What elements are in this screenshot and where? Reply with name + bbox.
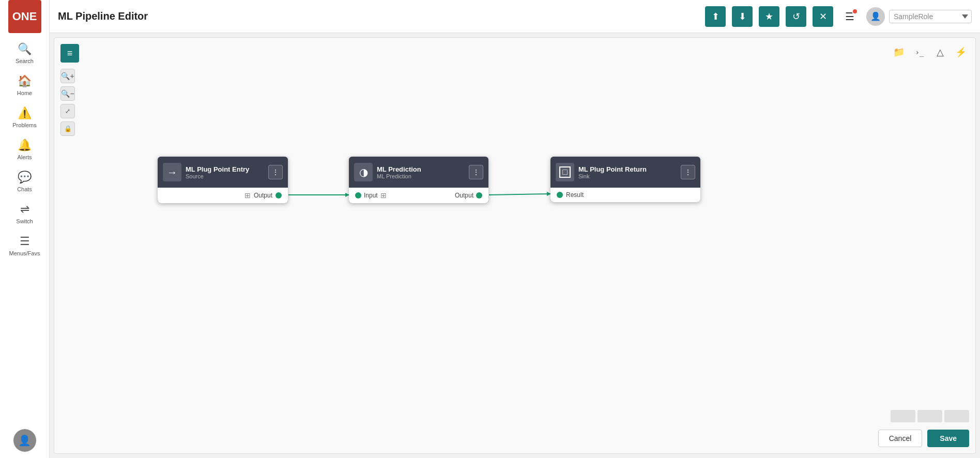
cancel-button[interactable]: Cancel [878, 430, 923, 447]
node3-subtitle: Sink [578, 173, 677, 179]
node1-titles: ML Plug Point Entry Source [186, 165, 264, 179]
problems-icon: ⚠️ [18, 106, 32, 120]
pagination-controls [891, 410, 969, 422]
node2-subtitle: ML Prediction [377, 173, 465, 179]
node2-input-grid: ⊞ [380, 191, 387, 200]
node2-output-port [476, 192, 482, 199]
node1-output-label: Output [254, 192, 272, 199]
zoom-controls: 🔍+ 🔍− ⤢ 🔒 [60, 69, 75, 136]
fit-button[interactable]: ⤢ [60, 104, 75, 118]
list-view-button[interactable]: ≡ [60, 44, 79, 63]
favorite-button[interactable]: ★ [759, 6, 779, 27]
main-area: ML Pipeline Editor ⬆ ⬇ ★ ↺ ✕ ☰ 👤 SampleR… [50, 0, 980, 458]
node1-title: ML Plug Point Entry [186, 165, 264, 173]
node2-menu-button[interactable]: ⋮ [469, 165, 483, 179]
zoom-out-icon: 🔍− [61, 89, 74, 98]
sidebar-item-chats[interactable]: 💬 Chats [0, 165, 49, 197]
node3-result-label: Result [566, 191, 584, 199]
canvas-toolbar-left: ≡ [60, 44, 79, 63]
triangle-button[interactable]: △ [932, 44, 948, 60]
canvas-toolbar-right: 📁 ›_ △ ⚡ [891, 44, 969, 60]
node-ml-plug-point-return[interactable]: □ ML Plug Point Return Sink ⋮ Result [550, 157, 700, 202]
lock-button[interactable]: 🔒 [60, 121, 75, 136]
zoom-out-button[interactable]: 🔍− [60, 86, 75, 101]
header-user-avatar: 👤 [866, 7, 885, 26]
import-icon: ⬆ [712, 11, 719, 22]
node2-header: ◑ ML Prediction ML Prediction ⋮ [349, 157, 488, 188]
node2-input-side: Input ⊞ [355, 191, 387, 200]
node1-header: → ML Plug Point Entry Source ⋮ [158, 157, 288, 188]
node1-subtitle: Source [186, 173, 264, 179]
svg-line-2 [489, 194, 551, 195]
star-icon: ★ [765, 11, 773, 22]
triangle-icon: △ [937, 47, 944, 58]
avatar-icon: 👤 [18, 434, 31, 447]
home-icon: 🏠 [18, 74, 32, 88]
sidebar-item-home[interactable]: 🏠 Home [0, 69, 49, 101]
export-button[interactable]: ⬇ [732, 6, 753, 27]
import-button[interactable]: ⬆ [705, 6, 726, 27]
page-btn-1[interactable] [891, 410, 915, 422]
node1-menu-button[interactable]: ⋮ [268, 165, 283, 179]
save-button[interactable]: Save [927, 430, 969, 447]
fit-icon: ⤢ [65, 108, 70, 115]
sidebar-item-switch[interactable]: ⇌ Switch [0, 197, 49, 230]
list-icon: ≡ [67, 48, 73, 59]
node3-input-port [557, 192, 563, 198]
refresh-icon: ↺ [792, 11, 800, 22]
sidebar: ONE 🔍 Search 🏠 Home ⚠️ Problems 🔔 Alerts… [0, 0, 50, 458]
node-ml-plug-point-entry[interactable]: → ML Plug Point Entry Source ⋮ ⊞ Output [158, 157, 288, 203]
refresh-button[interactable]: ↺ [786, 6, 806, 27]
user-avatar[interactable]: 👤 [13, 429, 36, 452]
node2-icon: ◑ [354, 163, 373, 181]
notification-badge [852, 8, 858, 14]
sidebar-item-alerts[interactable]: 🔔 Alerts [0, 133, 49, 165]
terminal-button[interactable]: ›_ [911, 44, 928, 60]
chats-icon: 💬 [18, 171, 32, 184]
run-icon: ⚡ [955, 47, 967, 58]
app-logo[interactable]: ONE [8, 0, 41, 33]
node1-grid-icon: ⊞ [244, 191, 251, 200]
bottom-actions: Cancel Save [878, 430, 969, 447]
user-area: 👤 SampleRole [866, 7, 972, 26]
role-selector[interactable]: SampleRole [889, 10, 972, 23]
node3-icon: □ [556, 163, 574, 181]
pipeline-svg [54, 38, 975, 453]
close-icon: ✕ [819, 11, 827, 22]
node1-output-port [275, 192, 282, 199]
node3-title: ML Plug Point Return [578, 165, 677, 173]
search-icon: 🔍 [18, 42, 32, 56]
export-icon: ⬇ [739, 11, 746, 22]
node2-input-port [355, 192, 361, 199]
node2-output-label: Output [455, 192, 473, 199]
sidebar-item-problems[interactable]: ⚠️ Problems [0, 101, 49, 133]
header: ML Pipeline Editor ⬆ ⬇ ★ ↺ ✕ ☰ 👤 SampleR… [50, 0, 980, 33]
node2-title: ML Prediction [377, 165, 465, 173]
node3-menu-button[interactable]: ⋮ [681, 165, 695, 179]
node3-header: □ ML Plug Point Return Sink ⋮ [550, 157, 700, 188]
node3-footer: Result [550, 188, 700, 202]
page-btn-3[interactable] [944, 410, 969, 422]
sidebar-item-menus[interactable]: ☰ Menus/Favs [0, 230, 49, 262]
terminal-icon: ›_ [915, 48, 924, 56]
node1-footer: ⊞ Output [158, 188, 288, 203]
node2-input-label: Input [364, 192, 378, 199]
zoom-in-icon: 🔍+ [61, 72, 74, 80]
node2-footer: Input ⊞ Output [349, 188, 488, 203]
node1-icon: → [163, 163, 181, 181]
header-avatar-icon: 👤 [870, 11, 881, 21]
close-button[interactable]: ✕ [813, 6, 833, 27]
sidebar-item-search[interactable]: 🔍 Search [0, 37, 49, 69]
zoom-in-button[interactable]: 🔍+ [60, 69, 75, 83]
menus-icon: ☰ [20, 235, 30, 248]
node-ml-prediction[interactable]: ◑ ML Prediction ML Prediction ⋮ Input ⊞ … [349, 157, 488, 203]
node2-titles: ML Prediction ML Prediction [377, 165, 465, 179]
page-btn-2[interactable] [917, 410, 942, 422]
folder-button[interactable]: 📁 [891, 44, 907, 60]
switch-icon: ⇌ [20, 203, 29, 216]
header-menu-button[interactable]: ☰ [839, 6, 860, 27]
run-button[interactable]: ⚡ [953, 44, 969, 60]
alerts-icon: 🔔 [18, 139, 32, 152]
pipeline-canvas-wrapper: ≡ 📁 ›_ △ ⚡ 🔍+ 🔍− [54, 37, 976, 454]
page-title: ML Pipeline Editor [58, 10, 699, 22]
